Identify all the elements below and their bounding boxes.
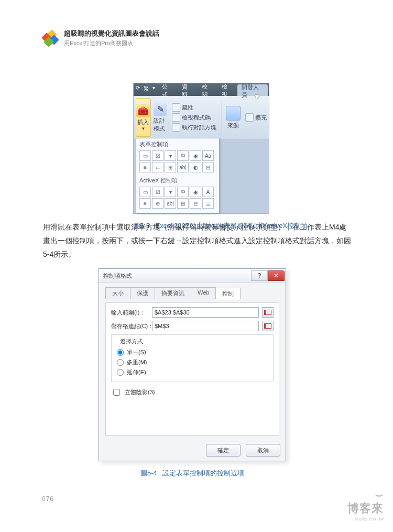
ribbon-separator: [222, 100, 222, 135]
excel-ribbon: ⟳ 繁 ▾ 公式 資料 校閱 檢視 開發人員 🧰 插入 ▼ ✎ 設計模式: [133, 83, 269, 214]
control-gallery-item[interactable]: ⊟: [202, 162, 214, 172]
properties-label: 屬性: [182, 104, 193, 112]
tab-developer[interactable]: 開發人員: [237, 84, 268, 96]
book-page: { "header": { "title": "超吸睛的視覺化資訊圖表會說話",…: [0, 0, 393, 532]
form-controls-grid: ▭☑▾⧉◉Aa≡▭⊞ab|◐⊟: [136, 149, 219, 175]
control-gallery-item[interactable]: ◉: [190, 187, 201, 197]
control-gallery-item[interactable]: ⊞: [177, 198, 189, 209]
control-gallery-item[interactable]: ▾: [165, 150, 176, 161]
run-dialog-label: 執行對話方塊: [182, 124, 216, 132]
select-mode-group: 選擇方式 單一(S) 多重(M) 延伸(E): [111, 334, 274, 382]
activex-controls-heading: ActiveX 控制項: [136, 175, 219, 186]
tab-formula[interactable]: 公式: [158, 83, 177, 96]
control-gallery-item[interactable]: ◐: [190, 162, 201, 172]
cell-link-picker-button[interactable]: [262, 321, 274, 331]
figure-5-4-text: 設定表單控制項的控制選項: [162, 469, 244, 477]
ok-button[interactable]: 確定: [206, 444, 241, 457]
body-paragraph: 用滑鼠在表單控制項中選取清單方塊（滑鼠停留時螢幕會提示控制項類型），在工作表上M…: [43, 220, 352, 261]
control-gallery-item[interactable]: ⧉: [177, 187, 189, 197]
page-number: 076: [42, 495, 54, 503]
range-picker-icon: [264, 310, 271, 315]
format-control-dialog: 控制項格式 ? ✕ 大小 保護 摘要資訊 Web 控制 輸入範圍(I)：: [99, 268, 286, 461]
dialog-title: 控制項格式: [103, 272, 132, 280]
control-gallery-item[interactable]: ⊕: [152, 198, 163, 209]
control-gallery-item[interactable]: ≣: [202, 198, 214, 209]
control-gallery-item[interactable]: ☑: [152, 187, 163, 197]
control-gallery-item[interactable]: ab|: [177, 162, 189, 172]
control-gallery-item[interactable]: ▭: [152, 162, 163, 172]
tab-data[interactable]: 資料: [178, 83, 197, 96]
tab-protect[interactable]: 保護: [130, 287, 155, 299]
figure-5-4-caption: 圖5-4 設定表單控制項的控制選項: [99, 469, 286, 478]
cell-link-field[interactable]: [152, 321, 259, 331]
figure-5-4-label: 圖5-4: [140, 469, 157, 477]
radio-single-label: 單一(S): [127, 349, 146, 356]
dialog-titlebar: 控制項格式 ? ✕: [99, 269, 286, 283]
cancel-button[interactable]: 取消: [246, 444, 280, 457]
qat-dropdown-icon[interactable]: ▾: [151, 83, 156, 96]
qat-lang[interactable]: 繁: [143, 83, 150, 96]
radio-extend[interactable]: [117, 369, 124, 376]
control-gallery-item[interactable]: ab|: [165, 198, 176, 209]
source-button[interactable]: 來源: [225, 98, 241, 137]
control-gallery-item[interactable]: ≡: [139, 198, 151, 209]
design-mode-icon: ✎: [154, 102, 167, 116]
tab-review[interactable]: 校閱: [198, 83, 217, 96]
control-gallery-item[interactable]: Aa: [202, 150, 214, 161]
view-code-label: 檢視程式碼: [182, 114, 211, 122]
source-label: 來源: [227, 122, 239, 129]
properties-icon: [172, 103, 180, 112]
tab-control[interactable]: 控制: [215, 288, 241, 299]
dialog-tabstrip: 大小 保護 摘要資訊 Web 控制: [105, 287, 279, 299]
help-button[interactable]: ?: [251, 270, 268, 281]
control-gallery-item[interactable]: A: [202, 187, 214, 197]
control-gallery-item[interactable]: ⊟: [190, 198, 201, 209]
expand-icon: [245, 113, 254, 122]
properties-button[interactable]: 屬性: [170, 103, 219, 112]
input-range-picker-button[interactable]: [262, 307, 274, 318]
control-gallery-item[interactable]: ≡: [139, 162, 151, 172]
figure-5-4: 控制項格式 ? ✕ 大小 保護 摘要資訊 Web 控制 輸入範圍(I)：: [99, 268, 286, 478]
radio-multi[interactable]: [117, 359, 124, 366]
checkbox-3d-shadow[interactable]: [113, 389, 120, 396]
watermark: ⌣ 博客來 books.com.tw: [347, 486, 384, 522]
control-gallery-item[interactable]: ◉: [190, 150, 201, 161]
control-gallery-item[interactable]: ▭: [139, 150, 151, 161]
run-dialog-icon: [172, 123, 180, 132]
figure-5-3: ⟳ 繁 ▾ 公式 資料 校閱 檢視 開發人員 🧰 插入 ▼ ✎ 設計模式: [133, 83, 308, 231]
ribbon-tabbar: ⟳ 繁 ▾ 公式 資料 校閱 檢視 開發人員: [134, 83, 269, 96]
radio-multi-label: 多重(M): [127, 359, 147, 366]
select-mode-legend: 選擇方式: [118, 338, 145, 345]
tab-size[interactable]: 大小: [105, 287, 130, 299]
insert-control-button[interactable]: 🧰 插入 ▼: [136, 98, 151, 137]
control-gallery-item[interactable]: ▾: [165, 187, 176, 197]
book-subtitle: 用Excel打造的Pro商務圖表: [64, 39, 159, 47]
watermark-url: books.com.tw: [347, 516, 384, 522]
design-mode-button[interactable]: ✎ 設計模式: [153, 98, 168, 137]
tab-view[interactable]: 檢視: [217, 83, 237, 96]
book-titles: 超吸睛的視覺化資訊圖表會說話 用Excel打造的Pro商務圖表: [64, 29, 159, 47]
insert-label: 插入: [137, 118, 149, 126]
control-gallery-item[interactable]: ⊞: [165, 162, 176, 172]
tab-web[interactable]: Web: [191, 287, 216, 299]
activex-controls-grid: ▭☑▾⧉◉A≡⊕ab|⊞⊟≣: [136, 186, 219, 211]
window-buttons: ? ✕: [251, 270, 286, 281]
design-mode-label: 設計模式: [154, 117, 168, 133]
range-picker-icon: [264, 323, 271, 329]
control-gallery-item[interactable]: ☑: [152, 150, 163, 161]
watermark-brand: 博客來: [347, 501, 384, 516]
view-code-icon: [172, 113, 180, 122]
expand-label: 擴充: [255, 114, 267, 122]
control-gallery-item[interactable]: ▭: [139, 187, 151, 197]
control-gallery-item[interactable]: ⧉: [177, 150, 189, 161]
input-range-field[interactable]: [152, 307, 259, 318]
run-dialog-button[interactable]: 執行對話方塊: [170, 123, 219, 132]
view-code-button[interactable]: 檢視程式碼: [170, 113, 219, 122]
close-button[interactable]: ✕: [268, 270, 285, 281]
expand-button[interactable]: 擴充: [243, 113, 269, 122]
radio-single[interactable]: [117, 349, 124, 356]
qat-icon[interactable]: ⟳: [135, 83, 141, 96]
control-gallery-dropdown: 表單控制項 ▭☑▾⧉◉Aa≡▭⊞ab|◐⊟ ActiveX 控制項 ▭☑▾⧉◉A…: [136, 138, 220, 213]
chevron-down-icon: ▼: [141, 126, 145, 131]
tab-summary[interactable]: 摘要資訊: [155, 287, 191, 299]
